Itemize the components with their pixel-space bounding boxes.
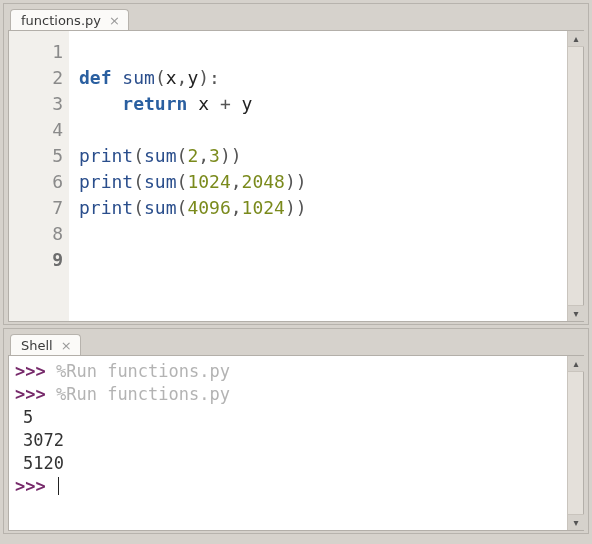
code-editor[interactable]: 1 2 3 4 5 6 7 8 9 def sum(x,y): return x… [9, 31, 583, 321]
line-number: 6 [9, 169, 63, 195]
cursor [58, 477, 59, 495]
scroll-down-icon[interactable]: ▾ [568, 305, 584, 321]
call-print: print [79, 145, 133, 166]
shell-frame: >>> %Run functions.py >>> %Run functions… [8, 355, 584, 531]
tab-shell[interactable]: Shell × [10, 334, 81, 356]
editor-frame: 1 2 3 4 5 6 7 8 9 def sum(x,y): return x… [8, 30, 584, 322]
line-number: 1 [9, 39, 63, 65]
line-number: 2 [9, 65, 63, 91]
code-text[interactable]: def sum(x,y): return x + yprint(sum(2,3)… [69, 31, 583, 321]
line-number: 8 [9, 221, 63, 247]
scroll-up-icon[interactable]: ▴ [568, 31, 584, 47]
scroll-up-icon[interactable]: ▴ [568, 356, 584, 372]
shell-panel: Shell × >>> %Run functions.py >>> %Run f… [3, 328, 589, 534]
line-number: 7 [9, 195, 63, 221]
shell-output: 5 [23, 406, 577, 429]
shell-tabs: Shell × [4, 329, 588, 355]
keyword-def: def [79, 67, 112, 88]
keyword-return: return [122, 93, 187, 114]
editor-scrollbar[interactable]: ▴ ▾ [567, 31, 583, 321]
call-print: print [79, 171, 133, 192]
shell-command: %Run functions.py [56, 384, 230, 404]
shell-output: 3072 [23, 429, 577, 452]
line-number: 5 [9, 143, 63, 169]
prompt: >>> [15, 476, 46, 496]
tab-close-icon[interactable]: × [59, 339, 74, 352]
shell-command: %Run functions.py [56, 361, 230, 381]
tab-functions-py[interactable]: functions.py × [10, 9, 129, 31]
shell-output: 5120 [23, 452, 577, 475]
tab-label: functions.py [21, 13, 101, 28]
shell-console[interactable]: >>> %Run functions.py >>> %Run functions… [9, 356, 583, 530]
tab-label: Shell [21, 338, 53, 353]
editor-tabs: functions.py × [4, 4, 588, 30]
prompt: >>> [15, 384, 46, 404]
shell-line: >>> %Run functions.py [15, 383, 577, 406]
call-print: print [79, 197, 133, 218]
prompt: >>> [15, 361, 46, 381]
function-name: sum [122, 67, 155, 88]
shell-scrollbar[interactable]: ▴ ▾ [567, 356, 583, 530]
line-gutter: 1 2 3 4 5 6 7 8 9 [9, 31, 69, 321]
scroll-down-icon[interactable]: ▾ [568, 514, 584, 530]
line-number: 9 [9, 247, 63, 273]
editor-panel: functions.py × 1 2 3 4 5 6 7 8 9 def sum… [3, 3, 589, 325]
line-number: 4 [9, 117, 63, 143]
shell-line[interactable]: >>> [15, 475, 577, 498]
line-number: 3 [9, 91, 63, 117]
shell-line: >>> %Run functions.py [15, 360, 577, 383]
tab-close-icon[interactable]: × [107, 14, 122, 27]
